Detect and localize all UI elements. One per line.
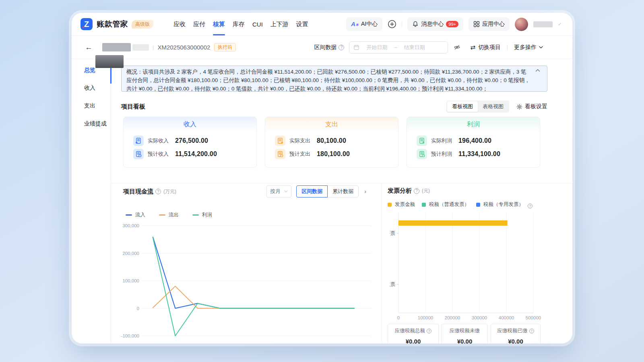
project-header-actions: 区间数据 ? – ⇄ 切换项目 更多操作	[314, 41, 543, 53]
legend-tax-general[interactable]: 税额（普通发票）	[422, 201, 469, 208]
cumulative-data-toggle[interactable]: 累计数据	[327, 185, 359, 197]
interval-data-toggle[interactable]: 区间数据	[296, 185, 328, 197]
nav-item-payable[interactable]: 应付	[193, 13, 205, 35]
app-logo-icon[interactable]: Z	[80, 18, 93, 30]
help-icon[interactable]: ?	[427, 329, 431, 333]
ai-center-label: AI中心	[361, 21, 378, 28]
tax-stats: 应缴税额总额? ¥0.00 应缴税额未缴 ¥0.00 应缴税额已缴? ¥0.00	[388, 324, 541, 343]
top-navbar: Z 账款管家 高级版 应收 应付 核算 库存 CUI 上下游 设置 A⁎ AI中…	[72, 13, 572, 36]
app-center-button[interactable]: 应用中心	[469, 17, 510, 31]
start-date-input[interactable]	[362, 44, 392, 50]
help-icon[interactable]: ?	[528, 204, 533, 208]
end-date-input[interactable]	[400, 44, 429, 50]
data-mode-toggle: 区间数据 累计数据	[296, 185, 359, 197]
nav-item-inventory[interactable]: 库存	[233, 13, 245, 35]
legend-invoice-amount[interactable]: 发票金额	[388, 201, 415, 208]
nav-item-receivable[interactable]: 应收	[173, 13, 186, 35]
expected-profit-label: 预计利润	[431, 150, 456, 158]
more-actions-button[interactable]: 更多操作	[514, 44, 543, 51]
tax-unpaid-value: ¥0.00	[442, 338, 487, 343]
actual-expense-row: 实际支出 80,100.00	[275, 136, 398, 146]
tax-total-label: 应缴税额总额	[395, 327, 425, 334]
sidebar-item-income[interactable]: 收入	[84, 84, 95, 92]
document-arrow-icon	[133, 136, 144, 146]
tax-total-box: 应缴税额总额? ¥0.00	[388, 324, 439, 343]
svg-text:500000: 500000	[526, 315, 541, 320]
actual-expense-value: 80,100.00	[317, 137, 346, 144]
logo-letter: Z	[84, 20, 89, 29]
expected-expense-label: 预计支出	[289, 150, 314, 158]
help-icon[interactable]: ?	[414, 188, 419, 194]
nav-item-supplychain[interactable]: 上下游	[270, 13, 289, 35]
nav-item-cui[interactable]: CUI	[252, 13, 263, 35]
period-select-value: 按月	[270, 188, 281, 195]
help-icon[interactable]: ?	[339, 45, 344, 50]
divider	[402, 21, 402, 27]
plus-circle-icon[interactable]	[388, 20, 396, 29]
invoice-header: 发票分析 ? (元)	[388, 187, 430, 195]
sidebar-item-commission[interactable]: 业绩提成	[84, 120, 107, 128]
bell-icon	[412, 21, 419, 27]
tax-general-swatch	[422, 203, 426, 207]
invoice-chart: 0100000200000300000400000500000开票收票	[390, 210, 543, 323]
table-view-tab[interactable]: 表格视图	[478, 101, 508, 112]
svg-text:-100,000: -100,000	[121, 333, 139, 338]
svg-text:0: 0	[137, 306, 139, 311]
calendar-icon	[353, 44, 359, 50]
gear-icon	[516, 104, 522, 110]
profit-card-title: 利润	[407, 117, 540, 132]
legend-tax-special-label: 税额（专用发票）	[483, 201, 524, 208]
project-code: XM2025063000002	[157, 44, 210, 51]
date-range-picker[interactable]: –	[349, 41, 448, 53]
switch-project-button[interactable]: ⇄ 切换项目	[470, 44, 501, 51]
sidebar-item-overview[interactable]: 总览	[84, 67, 95, 74]
more-actions-label: 更多操作	[514, 44, 537, 51]
ai-icon: A⁎	[351, 21, 359, 28]
cashflow-header: 项目现金流 ? (万元) 按月 区间数据 累计数据 ›	[123, 185, 366, 197]
chevron-right-icon[interactable]: ›	[364, 188, 366, 195]
main-nav: 应收 应付 核算 库存 CUI 上下游 设置	[173, 13, 308, 35]
plan-badge: 高级版	[132, 20, 153, 29]
period-select[interactable]: 按月	[266, 185, 291, 197]
message-count-badge: 99+	[446, 21, 458, 27]
nav-item-settings[interactable]: 设置	[296, 13, 308, 35]
back-button[interactable]: ←	[85, 43, 93, 52]
help-icon[interactable]: ?	[529, 329, 534, 333]
summary-collapse-button[interactable]	[535, 69, 540, 72]
svg-text:0: 0	[397, 315, 400, 320]
kpi-cards: 收入 实际收入 276,500.00 预计收入 11,514,200.00	[123, 117, 540, 168]
expected-profit-value: 11,334,100.00	[458, 150, 500, 158]
cashflow-unit: (万元)	[163, 188, 176, 195]
ai-center-button[interactable]: A⁎ AI中心	[346, 17, 382, 31]
actual-profit-value: 196,400.00	[458, 137, 491, 144]
divider: |	[153, 44, 154, 50]
actual-expense-label: 实际支出	[289, 137, 314, 144]
expected-profit-row: 预计利润 11,334,100.00	[417, 149, 540, 159]
board-view-tab[interactable]: 看板视图	[447, 101, 478, 112]
user-avatar[interactable]	[515, 18, 528, 31]
view-toggle: 看板视图 表格视图	[446, 101, 509, 113]
nav-item-accounting[interactable]: 核算	[213, 13, 225, 35]
document-clock-icon	[133, 149, 144, 159]
cashflow-title: 项目现金流	[123, 188, 153, 195]
redacted-project-name	[102, 43, 131, 51]
actual-profit-row: 实际利润 196,400.00	[417, 136, 540, 146]
expected-income-row: 预计收入 11,514,200.00	[133, 149, 256, 159]
svg-text:收票: 收票	[390, 282, 395, 287]
document-arrow-icon	[275, 136, 285, 146]
expense-card-title: 支出	[265, 117, 398, 132]
board-settings-button[interactable]: 看板设置	[516, 103, 547, 110]
svg-text:400000: 400000	[499, 315, 514, 320]
eye-off-icon[interactable]	[454, 44, 460, 51]
board-header: 项目看板 看板视图 表格视图 看板设置	[121, 101, 547, 113]
message-center-button[interactable]: 消息中心 99+	[407, 17, 463, 31]
legend-tax-special[interactable]: 税额（专用发票）	[476, 201, 524, 208]
project-header: ← | XM2025063000002 执行前 区间数据 ? – ⇄ 切换项目	[72, 36, 572, 59]
panel-divider	[382, 183, 382, 343]
user-check-icon: ✓	[558, 21, 562, 27]
svg-text:300000: 300000	[472, 315, 487, 320]
tax-total-value: ¥0.00	[388, 338, 438, 343]
svg-text:300,000: 300,000	[122, 223, 139, 228]
help-icon[interactable]: ?	[155, 189, 161, 194]
sidebar-item-expense[interactable]: 支出	[84, 102, 95, 109]
